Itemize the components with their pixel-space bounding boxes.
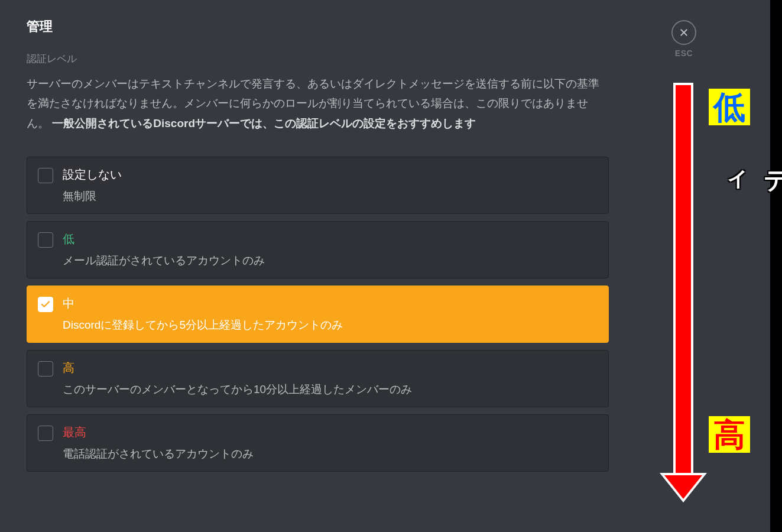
section-description: サーバーのメンバーはテキストチャンネルで発言する、あるいはダイレクトメッセージを… (27, 74, 609, 133)
verification-option-none[interactable]: 設定しない無制限 (27, 157, 609, 214)
verification-option-high[interactable]: 高このサーバーのメンバーとなってから10分以上経過したメンバーのみ (27, 350, 609, 407)
close-container: ESC (671, 20, 696, 58)
verification-option-medium[interactable]: 中Discordに登録してから5分以上経過したアカウントのみ (27, 286, 609, 343)
close-button[interactable] (671, 20, 696, 45)
option-description: メール認証がされているアカウントのみ (63, 253, 598, 268)
annotation-low-badge: 低 (709, 89, 750, 125)
arrow-down-icon (663, 83, 703, 502)
page-title: 管理 (27, 18, 609, 35)
checkbox-high[interactable] (38, 361, 53, 377)
checkmark-icon (40, 299, 51, 310)
verification-option-low[interactable]: 低メール認証がされているアカウントのみ (27, 221, 609, 278)
annotation-overlay: 低 セキュリティ 高 (652, 83, 782, 508)
option-description: Discordに登録してから5分以上経過したアカウントのみ (63, 317, 598, 333)
option-title: 高 (63, 360, 598, 376)
option-title: 中 (63, 296, 598, 312)
option-description: 電話認証がされているアカウントのみ (63, 446, 598, 462)
settings-panel: 管理 認証レベル サーバーのメンバーはテキストチャンネルで発言する、あるいはダイ… (0, 0, 635, 489)
option-title: 低 (63, 231, 598, 247)
option-text: 高このサーバーのメンバーとなってから10分以上経過したメンバーのみ (63, 360, 598, 397)
option-text: 設定しない無制限 (63, 167, 598, 204)
description-bold: 一般公開されているDiscordサーバーでは、この認証レベルの設定をおすすめしま… (52, 117, 476, 129)
option-description: 無制限 (63, 189, 598, 204)
section-label: 認証レベル (27, 52, 609, 66)
checkbox-highest[interactable] (38, 426, 53, 441)
checkbox-low[interactable] (38, 232, 53, 248)
option-text: 最高電話認証がされているアカウントのみ (63, 424, 598, 462)
annotation-high-badge: 高 (709, 416, 750, 453)
option-title: 最高 (63, 424, 598, 440)
esc-label: ESC (675, 48, 693, 58)
annotation-security-text: セキュリティ (717, 155, 782, 191)
verification-option-highest[interactable]: 最高電話認証がされているアカウントのみ (27, 414, 609, 472)
option-title: 設定しない (63, 167, 598, 183)
option-text: 低メール認証がされているアカウントのみ (63, 231, 598, 268)
checkbox-medium[interactable] (38, 297, 53, 312)
checkbox-none[interactable] (38, 168, 53, 183)
close-icon (679, 27, 689, 38)
verification-options: 設定しない無制限低メール認証がされているアカウントのみ中Discordに登録して… (27, 157, 609, 472)
option-description: このサーバーのメンバーとなってから10分以上経過したメンバーのみ (63, 382, 598, 397)
option-text: 中Discordに登録してから5分以上経過したアカウントのみ (63, 296, 598, 333)
